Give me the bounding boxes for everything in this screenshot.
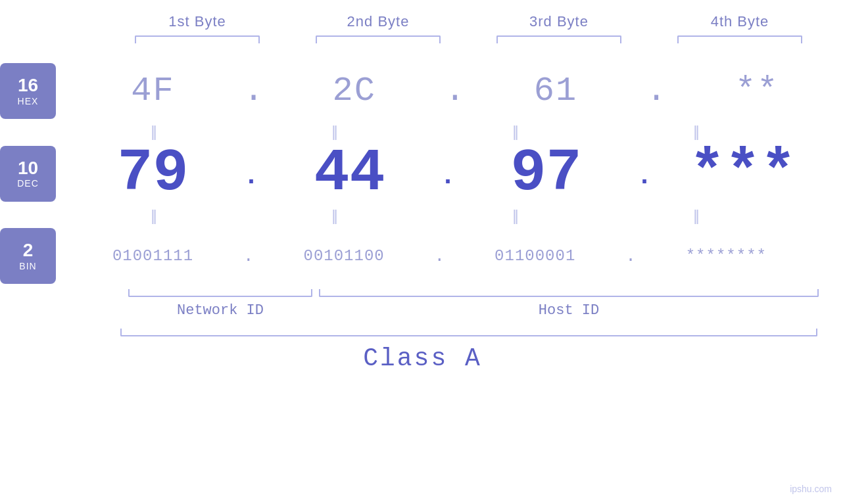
bracket-byte4 bbox=[677, 35, 802, 43]
dec-row: 10 DEC 79 . 44 . 97 . *** bbox=[0, 144, 845, 203]
id-labels-row: Network ID Host ID bbox=[0, 302, 845, 319]
overall-bracket bbox=[120, 329, 817, 336]
class-row: Class A bbox=[0, 344, 845, 373]
bin-val-1: 01001111 bbox=[87, 247, 219, 265]
bracket-byte1 bbox=[135, 35, 260, 43]
dec-dot-3: . bbox=[637, 164, 652, 190]
eq1-3: || bbox=[512, 122, 516, 141]
host-bracket bbox=[319, 289, 819, 297]
dec-val-1: 79 bbox=[87, 144, 219, 203]
bin-val-3: 01100001 bbox=[470, 247, 601, 265]
eq2-2: || bbox=[331, 206, 335, 225]
bracket-byte2 bbox=[316, 35, 441, 43]
hex-val-1: 4F bbox=[87, 72, 219, 110]
bracket-byte3 bbox=[496, 35, 621, 43]
eq1-2: || bbox=[331, 122, 335, 141]
eq1-4: || bbox=[693, 122, 697, 141]
hex-dot-3: . bbox=[646, 72, 666, 110]
byte3-header: 3rd Byte bbox=[469, 13, 650, 30]
dec-dot-2: . bbox=[440, 164, 456, 190]
hex-row: 16 HEX 4F . 2C . 61 . ** bbox=[0, 63, 845, 119]
eq1-1: || bbox=[151, 122, 155, 141]
bin-values: 01001111 . 00101100 . 01100001 . *******… bbox=[62, 246, 845, 266]
overall-bracket-row bbox=[0, 329, 845, 336]
watermark: ipshu.com bbox=[790, 484, 832, 494]
bin-dot-1: . bbox=[243, 246, 254, 266]
network-id-label: Network ID bbox=[128, 302, 312, 319]
dec-val-2: 44 bbox=[284, 144, 416, 203]
hex-val-3: 61 bbox=[490, 72, 621, 110]
bin-row: 2 BIN 01001111 . 00101100 . 01100001 . *… bbox=[0, 228, 845, 284]
eq2-3: || bbox=[512, 206, 516, 225]
hex-base-num: 16 bbox=[18, 76, 38, 96]
bin-dot-2: . bbox=[435, 246, 445, 266]
byte1-header: 1st Byte bbox=[107, 13, 288, 30]
dec-base-num: 10 bbox=[18, 158, 38, 179]
bin-base-num: 2 bbox=[23, 241, 34, 261]
dec-dot-1: . bbox=[243, 164, 259, 190]
bin-badge: 2 BIN bbox=[0, 228, 56, 284]
hex-badge: 16 HEX bbox=[0, 63, 56, 119]
byte4-header: 4th Byte bbox=[650, 13, 831, 30]
bin-val-2: 00101100 bbox=[278, 247, 410, 265]
class-label: Class A bbox=[363, 344, 482, 373]
dec-values: 79 . 44 . 97 . *** bbox=[62, 144, 845, 203]
top-brackets bbox=[0, 35, 845, 43]
network-bracket bbox=[128, 289, 312, 297]
hex-values: 4F . 2C . 61 . ** bbox=[62, 72, 845, 110]
host-id-label: Host ID bbox=[319, 302, 819, 319]
hex-val-4: ** bbox=[691, 72, 823, 110]
dec-badge: 10 DEC bbox=[0, 146, 56, 202]
hex-base-label: HEX bbox=[18, 96, 39, 106]
bin-dot-3: . bbox=[625, 246, 636, 266]
byte2-header: 2nd Byte bbox=[288, 13, 469, 30]
eq2-1: || bbox=[151, 206, 155, 225]
hex-val-2: 2C bbox=[289, 72, 420, 110]
main-container: 1st Byte 2nd Byte 3rd Byte 4th Byte 16 H… bbox=[0, 0, 845, 504]
equals-row-2: || || || || bbox=[0, 206, 845, 225]
hex-dot-1: . bbox=[243, 72, 264, 110]
byte-headers: 1st Byte 2nd Byte 3rd Byte 4th Byte bbox=[0, 13, 845, 30]
dec-val-4: *** bbox=[677, 144, 809, 203]
bin-base-label: BIN bbox=[19, 261, 36, 271]
bin-val-4: ******** bbox=[660, 247, 792, 265]
dec-base-label: DEC bbox=[17, 178, 39, 189]
hex-dot-2: . bbox=[445, 72, 465, 110]
equals-row-1: || || || || bbox=[0, 122, 845, 141]
dec-val-3: 97 bbox=[481, 144, 612, 203]
bottom-brackets bbox=[0, 289, 845, 297]
eq2-4: || bbox=[693, 206, 697, 225]
